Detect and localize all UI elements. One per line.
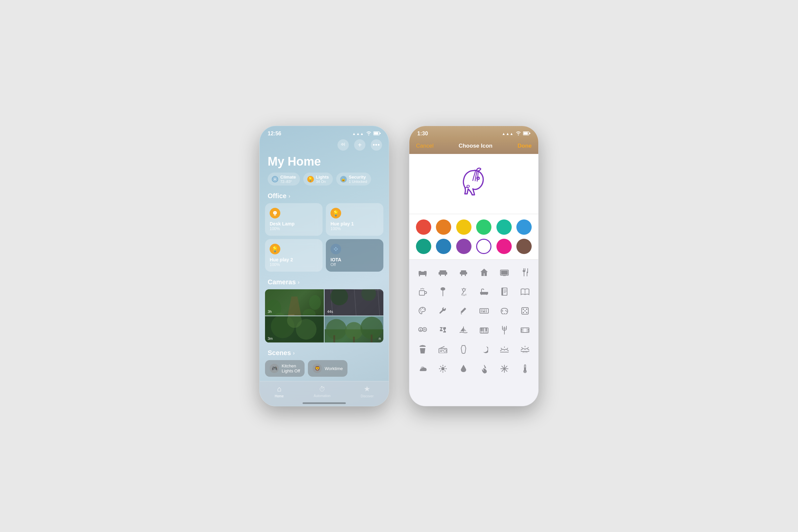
home-title: My Home — [260, 153, 389, 173]
tab-automation[interactable]: ⏱ Automation — [314, 385, 331, 398]
svg-point-144 — [504, 368, 505, 369]
svg-line-136 — [440, 366, 441, 367]
icon-moon[interactable] — [476, 342, 492, 357]
scene-worktime[interactable]: 🦁 Worktime — [308, 360, 347, 377]
icon-palette[interactable] — [415, 304, 431, 318]
tab-discover[interactable]: ★ Discover — [361, 385, 374, 398]
add-button[interactable]: + — [354, 139, 365, 151]
svg-line-127 — [522, 347, 522, 348]
svg-rect-35 — [334, 335, 335, 342]
security-chip-text: Security 1 Unlocked — [349, 174, 367, 184]
color-blue[interactable] — [516, 220, 532, 235]
done-button[interactable]: Done — [518, 142, 532, 149]
right-battery-icon — [523, 131, 530, 137]
svg-point-79 — [424, 309, 424, 310]
left-status-bar: 12:56 ▲▲▲ — [260, 126, 389, 137]
icon-partly-cloudy[interactable] — [415, 361, 431, 376]
right-status-icons: ▲▲▲ — [502, 131, 530, 137]
icon-shower[interactable] — [456, 284, 472, 299]
hue-play-1-tile[interactable]: 💡 Hue play 1 100% — [326, 203, 383, 236]
color-red[interactable] — [416, 220, 431, 235]
voice-button[interactable] — [338, 139, 349, 151]
scene-kitchen-lights[interactable]: 🎮 KitchenLights Off — [265, 360, 305, 377]
icon-fork-knife[interactable] — [517, 265, 533, 280]
icon-book-open[interactable] — [517, 284, 533, 299]
icon-water-drop[interactable] — [456, 361, 472, 376]
svg-rect-82 — [482, 309, 483, 310]
color-purple[interactable] — [456, 239, 472, 254]
scene-worktime-icon: 🦁 — [312, 364, 322, 373]
icon-puzzle[interactable] — [435, 323, 451, 338]
color-dark-teal[interactable] — [416, 239, 431, 254]
cancel-button[interactable]: Cancel — [416, 142, 434, 149]
more-button[interactable]: ••• — [371, 139, 382, 151]
icon-sailboat[interactable] — [456, 323, 472, 338]
scenes-section: Scenes › 🎮 KitchenLights Off 🦁 Worktime — [260, 346, 389, 377]
svg-point-32 — [326, 319, 346, 340]
icon-house[interactable] — [476, 265, 492, 280]
icon-tv[interactable] — [497, 265, 513, 280]
hue-play-1-icon: 💡 — [330, 208, 341, 218]
icon-vase[interactable] — [456, 342, 472, 357]
scenes-section-header[interactable]: Scenes › — [260, 348, 389, 360]
camera-1[interactable]: 3h — [265, 289, 324, 316]
icon-snowflake[interactable] — [497, 361, 513, 376]
icon-tools[interactable] — [435, 304, 451, 318]
color-pink[interactable] — [496, 239, 512, 254]
icon-popcorn[interactable] — [415, 342, 431, 357]
svg-line-124 — [507, 348, 508, 349]
icon-armchair[interactable] — [456, 265, 472, 280]
icon-thermometer[interactable] — [517, 361, 533, 376]
svg-rect-118 — [439, 348, 447, 353]
color-bright-purple[interactable] — [476, 239, 491, 254]
icon-sun[interactable] — [435, 361, 451, 376]
more-icon: ••• — [373, 141, 380, 149]
tab-home[interactable]: ⌂ Home — [274, 385, 284, 398]
icon-book-closed[interactable] — [497, 284, 513, 299]
icon-flame[interactable] — [476, 361, 492, 376]
icon-pencil[interactable] — [456, 304, 472, 318]
icon-bathtub[interactable] — [476, 284, 492, 299]
icon-sunset[interactable] — [517, 342, 533, 357]
climate-chip[interactable]: Climate 72–83° — [268, 173, 300, 186]
security-chip-icon: 🔒 — [340, 176, 347, 183]
hue-play-2-tile[interactable]: 💡 Hue play 2 100% — [265, 239, 323, 272]
icon-spoon[interactable] — [435, 284, 451, 299]
top-actions: + ••• — [260, 137, 389, 153]
lights-chip[interactable]: 💡 Lights 34 On — [303, 173, 333, 186]
color-row-2 — [416, 239, 532, 254]
svg-point-131 — [441, 367, 444, 370]
icon-dice[interactable] — [517, 304, 533, 318]
icon-sunrise[interactable] — [497, 342, 513, 357]
icon-gamepad[interactable] — [497, 304, 513, 318]
icon-coffee[interactable] — [415, 284, 431, 299]
icon-theater[interactable] — [415, 323, 431, 338]
svg-point-91 — [523, 308, 524, 310]
color-teal[interactable] — [496, 220, 512, 235]
security-chip[interactable]: 🔒 Security 1 Unlocked — [336, 173, 371, 186]
icon-film[interactable] — [517, 323, 533, 338]
icon-keyboard[interactable] — [476, 304, 492, 318]
color-dark-blue[interactable] — [436, 239, 451, 254]
color-brown[interactable] — [516, 239, 532, 254]
desk-lamp-tile[interactable]: Desk Lamp 100% — [265, 203, 323, 236]
iota-tile[interactable]: IOTA Off — [326, 239, 383, 272]
icon-bed[interactable] — [415, 265, 431, 280]
lights-chip-text: Lights 34 On — [316, 174, 329, 184]
camera-2[interactable]: 44s — [324, 289, 383, 316]
color-yellow[interactable] — [456, 220, 472, 235]
icon-radio[interactable] — [435, 342, 451, 357]
camera-4[interactable]: n — [324, 316, 383, 342]
icon-piano[interactable] — [476, 323, 492, 338]
icons-grid — [415, 265, 533, 376]
horse-icon-preview — [454, 164, 494, 204]
color-orange[interactable] — [436, 220, 451, 235]
icon-trident[interactable] — [497, 323, 513, 338]
office-section-header[interactable]: Office › — [260, 191, 389, 203]
color-green[interactable] — [476, 220, 491, 235]
camera-3[interactable]: 3m — [265, 316, 324, 342]
svg-point-67 — [462, 289, 465, 291]
icon-sofa[interactable] — [435, 265, 451, 280]
cameras-section-header[interactable]: Cameras › — [260, 277, 389, 289]
voice-icon — [341, 141, 346, 148]
